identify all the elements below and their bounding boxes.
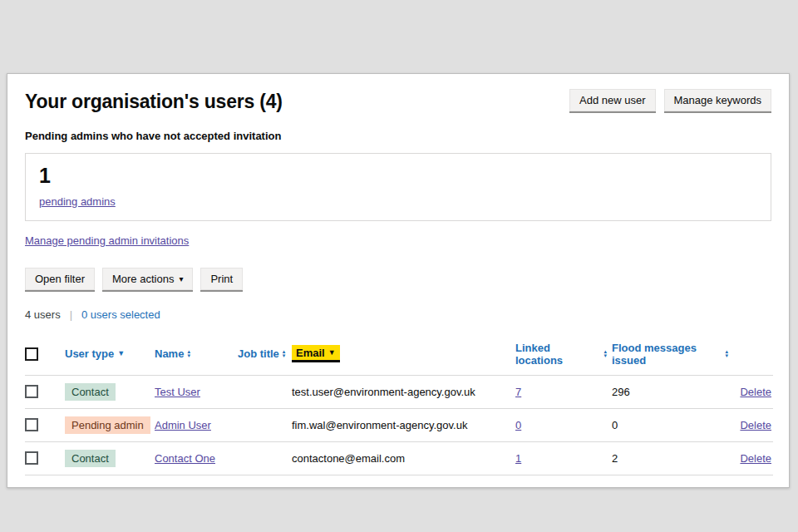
user-type-badge: Pending admin (65, 416, 150, 434)
sort-both-icon: ▴▾ (283, 349, 286, 357)
sort-both-icon: ▴▾ (187, 349, 190, 357)
user-name-link[interactable]: Contact One (155, 452, 215, 465)
table-row: Contact Test User test.user@environment-… (25, 375, 773, 408)
flood-messages-cell: 0 (612, 408, 733, 441)
more-actions-button[interactable]: More actions▾ (102, 268, 193, 290)
linked-locations-link[interactable]: 7 (515, 386, 521, 398)
sort-user-type-header[interactable]: User type▼ (65, 347, 125, 360)
delete-user-link[interactable]: Delete (740, 452, 771, 465)
users-table: User type▼ Name▴▾ Job title▴▾ Email▼ Lin… (25, 338, 773, 475)
sort-job-title-header[interactable]: Job title▴▾ (238, 347, 285, 360)
page-title: Your organisation's users (4) (25, 89, 283, 113)
table-row: Pending admin Admin User fim.wal@environ… (25, 408, 773, 441)
header-buttons: Add new user Manage keywords (569, 89, 771, 111)
user-type-badge: Contact (65, 383, 116, 401)
table-toolbar: Open filter More actions▾ Print (25, 268, 771, 290)
users-count-text: 4 users (25, 308, 61, 321)
users-selected-text: 0 users selected (81, 308, 160, 321)
sort-desc-icon: ▼ (117, 350, 125, 357)
pending-admins-heading: Pending admins who have not accepted inv… (25, 130, 771, 142)
select-all-checkbox[interactable] (25, 347, 38, 361)
panel-header: Your organisation's users (4) Add new us… (25, 89, 771, 113)
sort-both-icon: ▴▾ (603, 349, 607, 357)
selection-summary: 4 users | 0 users selected (25, 308, 771, 321)
open-filter-button[interactable]: Open filter (25, 268, 95, 290)
print-button[interactable]: Print (200, 268, 243, 290)
manage-pending-invitations-link[interactable]: Manage pending admin invitations (25, 234, 189, 247)
table-bottom-border (25, 475, 773, 475)
email-cell: test.user@environment-agency.gov.uk (292, 375, 515, 408)
sort-name-header[interactable]: Name▴▾ (155, 347, 190, 360)
linked-locations-link[interactable]: 1 (515, 452, 521, 465)
pending-admins-stat-box: 1 pending admins (25, 153, 771, 221)
linked-locations-link[interactable]: 0 (515, 419, 521, 431)
summary-divider: | (70, 308, 72, 321)
users-panel: Your organisation's users (4) Add new us… (7, 73, 790, 488)
sort-email-header-active[interactable]: Email▼ (292, 345, 340, 362)
sort-both-icon: ▴▾ (725, 349, 728, 357)
pending-admins-count: 1 (39, 165, 757, 188)
sort-desc-icon: ▼ (328, 349, 336, 357)
table-row: Contact Contact One contactone@email.com… (25, 441, 773, 475)
delete-user-link[interactable]: Delete (740, 386, 771, 398)
email-cell: fim.wal@environment-agency.gov.uk (292, 408, 515, 441)
user-name-link[interactable]: Test User (155, 386, 200, 398)
row-checkbox[interactable] (25, 385, 38, 398)
delete-user-link[interactable]: Delete (740, 419, 771, 431)
table-header-row: User type▼ Name▴▾ Job title▴▾ Email▼ Lin… (25, 338, 773, 376)
chevron-down-icon: ▾ (179, 274, 183, 283)
user-name-link[interactable]: Admin User (155, 419, 211, 431)
sort-flood-messages-header[interactable]: Flood messages issued▴▾ (612, 342, 728, 367)
sort-linked-locations-header[interactable]: Linked locations▴▾ (515, 342, 607, 367)
add-new-user-button[interactable]: Add new user (569, 89, 656, 111)
manage-keywords-button[interactable]: Manage keywords (664, 89, 772, 111)
row-checkbox[interactable] (25, 451, 38, 465)
pending-admins-link[interactable]: pending admins (39, 195, 116, 208)
flood-messages-cell: 296 (612, 375, 733, 408)
email-cell: contactone@email.com (292, 441, 515, 475)
user-type-badge: Contact (65, 450, 116, 467)
flood-messages-cell: 2 (612, 441, 733, 475)
row-checkbox[interactable] (25, 418, 38, 431)
